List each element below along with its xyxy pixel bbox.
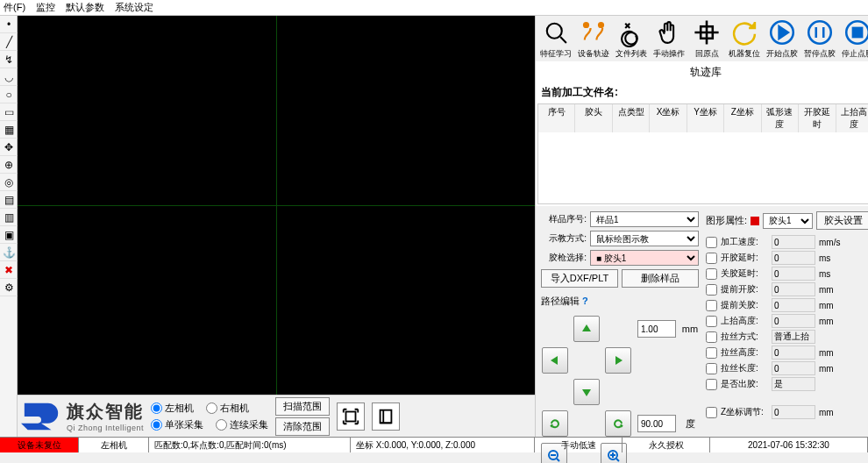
param-value-7[interactable]	[772, 345, 815, 360]
pause-dispense-button[interactable]: 暂停点胶	[801, 16, 838, 61]
param-unit-1: ms	[819, 253, 840, 263]
menu-monitor[interactable]: 监控	[36, 1, 55, 14]
tool-gear-icon[interactable]: ⚙	[0, 279, 18, 296]
z-adjust-unit: mm	[819, 408, 840, 417]
param-value-4[interactable]	[772, 298, 815, 312]
delete-sample-button[interactable]: 删除样品	[622, 269, 699, 288]
manual-op-button[interactable]: 手动操作	[651, 16, 687, 61]
param-value-5[interactable]	[772, 314, 815, 328]
head-set-button[interactable]: 胶头设置	[816, 211, 868, 230]
tool-circle-icon[interactable]: ○	[0, 86, 18, 103]
param-checkbox-2[interactable]	[706, 268, 717, 280]
radio-right-camera[interactable]: 右相机	[206, 402, 249, 415]
sample-seq-select[interactable]: 样品1	[590, 211, 699, 227]
z-adjust-checkbox[interactable]	[706, 407, 717, 418]
tool-line-icon[interactable]: ╱	[0, 33, 18, 51]
head-select[interactable]: 胶头1	[763, 213, 813, 229]
arrow-left-button[interactable]	[542, 347, 568, 374]
svg-rect-0	[346, 411, 356, 421]
th-y: Y坐标	[687, 104, 724, 132]
angle-input[interactable]	[637, 415, 676, 432]
import-dxf-button[interactable]: 导入DXF/PLT	[541, 269, 618, 288]
rotate-ccw-button[interactable]	[542, 410, 568, 437]
param-value-6[interactable]	[772, 330, 815, 344]
tool-point-icon[interactable]: •	[0, 16, 18, 33]
stop-dispense-button[interactable]: 停止点胶	[839, 16, 868, 61]
param-checkbox-8[interactable]	[706, 363, 717, 374]
th-x: X坐标	[650, 104, 687, 132]
tool-polyline-icon[interactable]: ↯	[0, 51, 18, 68]
menu-system-setting[interactable]: 系统设定	[115, 1, 153, 14]
radio-left-camera[interactable]: 左相机	[151, 402, 194, 415]
tool-target-icon[interactable]: ⊕	[0, 156, 18, 174]
sample-seq-label: 样品序号:	[541, 213, 587, 225]
feature-learn-button[interactable]: 特征学习	[537, 16, 574, 61]
scan-range-button[interactable]: 扫描范围	[275, 397, 330, 416]
tool-array-icon[interactable]: ▣	[0, 226, 18, 244]
help-icon[interactable]: ?	[582, 296, 588, 306]
top-icon-bar: 特征学习 设备轨迹 文件列表 手动操作 回原点 机器复位 开始点胶 暂停点胶 停…	[536, 16, 868, 61]
tool-delete-icon[interactable]: ✖	[0, 261, 18, 279]
reset-button[interactable]: 机器复位	[726, 16, 763, 61]
svg-point-8	[808, 21, 831, 44]
tool-arc-icon[interactable]: ◡	[0, 68, 18, 86]
tool-move-icon[interactable]: ✥	[0, 139, 18, 156]
svg-point-5	[625, 32, 637, 45]
param-checkbox-6[interactable]	[706, 331, 717, 343]
param-value-2[interactable]	[772, 267, 815, 281]
canvas-view[interactable]	[18, 16, 535, 395]
frame-tool-icon[interactable]	[337, 402, 365, 431]
param-label-2: 关胶延时:	[721, 267, 768, 280]
param-value-0[interactable]	[772, 235, 815, 249]
tool-fiducial-icon[interactable]: ◎	[0, 174, 18, 191]
param-value-8[interactable]	[772, 361, 815, 375]
tool-layers-icon[interactable]: ▤	[0, 191, 18, 209]
status-auth: 永久授权	[623, 438, 710, 452]
angle-unit: 度	[686, 417, 695, 431]
arrow-right-button[interactable]	[605, 347, 631, 374]
param-unit-5: mm	[819, 317, 840, 326]
clear-range-button[interactable]: 清除范围	[275, 417, 330, 436]
home-button[interactable]: 回原点	[688, 16, 725, 61]
step-input[interactable]	[637, 320, 676, 338]
tool-grid-icon[interactable]: ▥	[0, 209, 18, 226]
param-value-9[interactable]	[772, 377, 815, 391]
tool-anchor-icon[interactable]: ⚓	[0, 244, 18, 261]
file-list-button[interactable]: 文件列表	[613, 16, 650, 61]
tool-rect-icon[interactable]: ▭	[0, 103, 18, 121]
tool-fill-icon[interactable]: ▦	[0, 121, 18, 139]
z-adjust-value[interactable]	[772, 405, 815, 419]
door-tool-icon[interactable]	[372, 402, 400, 431]
param-checkbox-9[interactable]	[706, 379, 717, 390]
th-seq: 序号	[538, 104, 575, 132]
logo-cn: 旗众智能	[67, 400, 144, 424]
param-value-1[interactable]	[772, 251, 815, 265]
start-dispense-button[interactable]: 开始点胶	[764, 16, 800, 61]
menu-file[interactable]: 件(F)	[4, 1, 25, 14]
param-checkbox-1[interactable]	[706, 253, 717, 264]
graphic-attr-label: 图形属性:	[706, 214, 747, 227]
device-track-button[interactable]: 设备轨迹	[575, 16, 612, 61]
arrow-down-button[interactable]	[573, 379, 600, 405]
param-checkbox-4[interactable]	[706, 300, 717, 311]
param-checkbox-5[interactable]	[706, 316, 717, 327]
radio-single-capture[interactable]: 单张采集	[151, 418, 203, 431]
param-unit-7: mm	[819, 348, 840, 358]
param-label-7: 拉丝高度:	[721, 346, 768, 359]
radio-continuous-capture[interactable]: 连续采集	[216, 418, 268, 431]
param-checkbox-3[interactable]	[706, 284, 717, 296]
param-checkbox-0[interactable]	[706, 237, 717, 248]
rotate-cw-button[interactable]	[605, 410, 631, 437]
teach-mode-select[interactable]: 鼠标绘图示教	[590, 231, 699, 246]
param-unit-3: mm	[819, 285, 840, 295]
arrow-up-button[interactable]	[573, 316, 600, 342]
track-table[interactable]: 序号 胶头 点类型 X坐标 Y坐标 Z坐标 弧形速度 开胶延时 上抬高度	[537, 103, 868, 204]
gun-select[interactable]: ■ 胶头1	[590, 250, 699, 266]
param-unit-0: mm/s	[819, 238, 840, 247]
teach-mode-label: 示教方式:	[541, 232, 587, 245]
status-match: 匹配数:0,坏点数:0,匹配时间:0(ms)	[149, 438, 351, 452]
param-checkbox-7[interactable]	[706, 347, 717, 359]
menu-default-params[interactable]: 默认参数	[66, 1, 104, 14]
gun-select-label: 胶枪选择:	[541, 252, 587, 264]
param-value-3[interactable]	[772, 282, 815, 296]
